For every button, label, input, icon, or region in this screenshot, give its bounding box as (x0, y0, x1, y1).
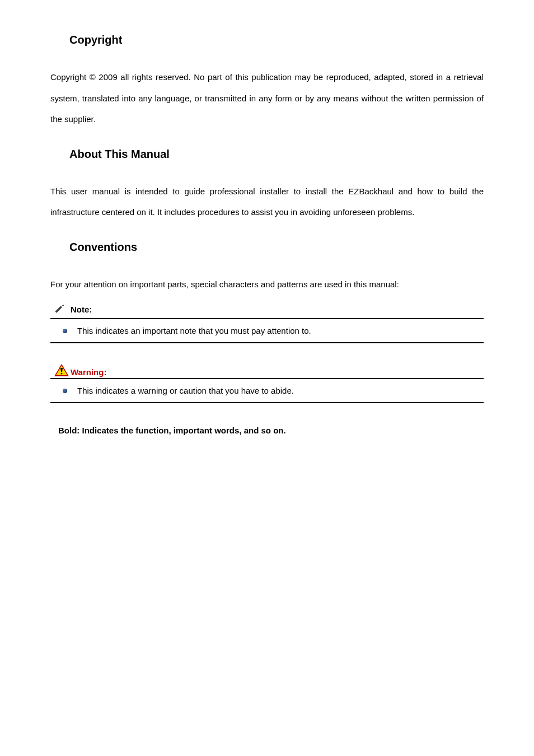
bullet-icon (63, 389, 67, 393)
warning-header: Warning: (50, 360, 484, 379)
pencil-icon (54, 304, 65, 315)
document-content: Copyright Copyright © 2009 all rights re… (50, 34, 484, 435)
svg-point-0 (61, 373, 63, 375)
warning-text: This indicates a warning or caution that… (77, 386, 294, 395)
warning-callout: Warning: This indicates a warning or cau… (50, 360, 484, 403)
conventions-heading: Conventions (69, 241, 484, 254)
note-body: This indicates an important note that yo… (50, 319, 484, 343)
copyright-heading: Copyright (69, 34, 484, 46)
conventions-body: For your attention on important parts, s… (50, 274, 484, 295)
about-body: This user manual is intended to guide pr… (50, 181, 484, 223)
note-header: Note: (50, 300, 484, 319)
warning-triangle-icon (54, 363, 69, 377)
note-label: Note: (71, 305, 92, 314)
bullet-icon (63, 329, 67, 333)
warning-body: This indicates a warning or caution that… (50, 379, 484, 403)
about-heading: About This Manual (69, 148, 484, 161)
note-callout: Note: This indicates an important note t… (50, 300, 484, 343)
warning-label: Warning: (71, 367, 106, 377)
copyright-body: Copyright © 2009 all rights reserved. No… (50, 67, 484, 130)
bold-indication: Bold: Indicates the function, important … (58, 426, 484, 435)
note-text: This indicates an important note that yo… (77, 326, 311, 335)
